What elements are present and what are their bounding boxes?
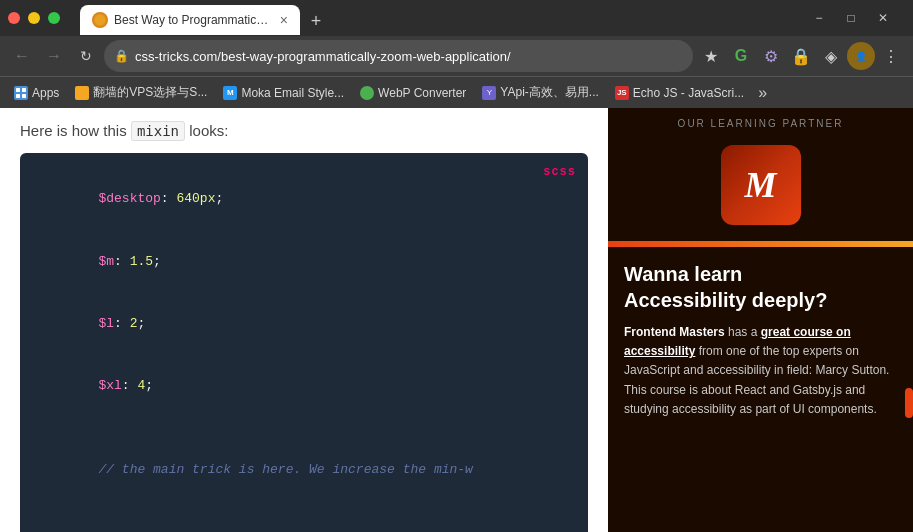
webp-favicon <box>360 86 374 100</box>
mixin-word: mixin <box>131 121 185 141</box>
svg-rect-0 <box>16 88 20 92</box>
yapi-favicon: Y <box>482 86 496 100</box>
refresh-button[interactable]: ↻ <box>72 42 100 70</box>
tab-title: Best Way to Programmatically <box>114 13 274 27</box>
fm-logo: M <box>721 145 801 225</box>
address-bar-container[interactable]: 🔒 <box>104 40 693 72</box>
fm-logo-text: M <box>744 164 776 206</box>
code-line-2: $m: 1.5; <box>36 231 572 293</box>
new-tab-button[interactable]: + <box>302 7 330 35</box>
intro-suffix: looks: <box>189 122 228 139</box>
bookmark-moka-label: Moka Email Style... <box>241 86 344 100</box>
bookmarks-more-button[interactable]: » <box>754 82 771 104</box>
article-intro: Here is how this mixin looks: <box>20 108 588 143</box>
bookmark-cn1[interactable]: 翻墙的VPS选择与S... <box>69 82 213 103</box>
extension-puzzle-button[interactable]: ⚙ <box>757 42 785 70</box>
tab-favicon <box>92 12 108 28</box>
forward-button[interactable]: → <box>40 42 68 70</box>
restore-window-button[interactable]: □ <box>837 4 865 32</box>
scroll-indicator[interactable] <box>905 388 913 418</box>
echojs-favicon: JS <box>615 86 629 100</box>
bookmark-yapi[interactable]: Y YApi-高效、易用... <box>476 82 604 103</box>
window-controls <box>8 12 60 24</box>
scss-label: scss <box>543 163 576 182</box>
code-line-comment: // the main trick is here. We increase t… <box>36 439 572 501</box>
ad-body-strong1: Frontend Masters <box>624 325 725 339</box>
back-button[interactable]: ← <box>8 42 36 70</box>
apps-label: Apps <box>32 86 59 100</box>
svg-rect-1 <box>22 88 26 92</box>
right-sidebar: OUR LEARNING PARTNER M Wanna learnAccess… <box>608 108 913 532</box>
window-close-button[interactable] <box>8 12 20 24</box>
ad-text-area: Wanna learnAccessibility deeply? Fronten… <box>608 247 913 433</box>
bookmark-star-button[interactable]: ★ <box>697 42 725 70</box>
ad-headline: Wanna learnAccessibility deeply? <box>624 261 897 313</box>
bookmark-webp-label: WebP Converter <box>378 86 466 100</box>
main-content: Here is how this mixin looks: scss $desk… <box>0 108 608 532</box>
extensions-button[interactable]: ◈ <box>817 42 845 70</box>
bookmark-yapi-label: YApi-高效、易用... <box>500 84 598 101</box>
ad-logo-area: M <box>608 135 913 241</box>
window-minimize-button[interactable] <box>28 12 40 24</box>
window-maximize-button[interactable] <box>48 12 60 24</box>
bookmark-echojs-label: Echo JS - JavaScri... <box>633 86 744 100</box>
nav-actions: ★ G ⚙ 🔒 ◈ 👤 ⋮ <box>697 42 905 70</box>
bookmark-moka[interactable]: M Moka Email Style... <box>217 84 350 102</box>
extension-shield-button[interactable]: 🔒 <box>787 42 815 70</box>
code-line-empty1 <box>36 418 572 439</box>
lock-icon: 🔒 <box>114 49 129 63</box>
ad-body: Frontend Masters has a great course on a… <box>624 323 897 419</box>
menu-button[interactable]: ⋮ <box>877 42 905 70</box>
code-line-empty2 <box>36 501 572 522</box>
intro-text: Here is how this <box>20 122 127 139</box>
bookmark-webp[interactable]: WebP Converter <box>354 84 472 102</box>
tabs-row: Best Way to Programmatically × + <box>72 1 338 35</box>
tab-close-button[interactable]: × <box>280 13 288 27</box>
bookmark-echojs[interactable]: JS Echo JS - JavaScri... <box>609 84 750 102</box>
extension-g-button[interactable]: G <box>727 42 755 70</box>
apps-favicon <box>14 86 28 100</box>
code-block: scss $desktop: 640px; $m: 1.5; $l: 2; $x… <box>20 153 588 533</box>
partner-label: OUR LEARNING PARTNER <box>608 108 913 135</box>
navigation-bar: ← → ↻ 🔒 ★ G ⚙ 🔒 ◈ 👤 ⋮ <box>0 36 913 76</box>
profile-avatar[interactable]: 👤 <box>847 42 875 70</box>
code-line-mixin: @mixin media-desktop { <box>36 522 572 532</box>
close-window-button[interactable]: ✕ <box>869 4 897 32</box>
apps-bookmark[interactable]: Apps <box>8 84 65 102</box>
code-line-3: $l: 2; <box>36 293 572 355</box>
address-bar[interactable] <box>135 49 683 64</box>
code-line-4: $xl: 4; <box>36 356 572 418</box>
title-bar: Best Way to Programmatically × + − □ ✕ <box>0 0 913 36</box>
code-var-1: $desktop <box>98 191 160 206</box>
svg-rect-3 <box>22 94 26 98</box>
svg-rect-2 <box>16 94 20 98</box>
cn1-favicon <box>75 86 89 100</box>
minimize-window-button[interactable]: − <box>805 4 833 32</box>
moka-favicon: M <box>223 86 237 100</box>
page-content: Here is how this mixin looks: scss $desk… <box>0 108 913 532</box>
bookmarks-bar: Apps 翻墙的VPS选择与S... M Moka Email Style...… <box>0 76 913 108</box>
active-tab[interactable]: Best Way to Programmatically × <box>80 5 300 35</box>
bookmark-cn1-label: 翻墙的VPS选择与S... <box>93 84 207 101</box>
code-line-1: $desktop: 640px; <box>36 169 572 231</box>
